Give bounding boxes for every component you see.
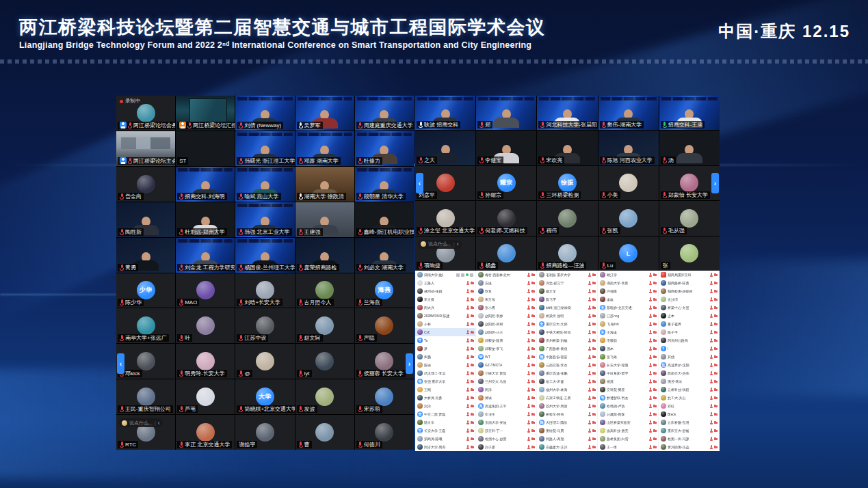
participant-list-row[interactable]: 武汉理工-李昊 <box>415 369 475 377</box>
participant-list-row[interactable]: 三峡大学 黄凯 <box>476 369 536 377</box>
participant-list-row[interactable]: 朱万旭 <box>476 295 536 303</box>
participant-tile[interactable]: 刘倩 (Newway) <box>235 96 294 131</box>
participant-tile[interactable]: 周建庭重庆交通大学 <box>355 96 414 131</box>
participant-list-row[interactable]: GZ-TMCTA <box>476 361 536 369</box>
participant-tile[interactable]: 海燕兰海燕 <box>355 273 414 308</box>
participant-tile[interactable]: 陶胜新 <box>116 202 175 237</box>
participant-list-row[interactable]: 山区桥梁实验室 <box>598 418 658 426</box>
participant-list-row[interactable]: 毕业生 <box>476 410 536 418</box>
participant-list-row[interactable]: 量子视界 <box>659 320 719 328</box>
participant-list-row[interactable]: 刘子豪 <box>476 443 536 451</box>
participant-list-row[interactable]: 黄诚 <box>476 394 536 402</box>
participant-tile[interactable]: 发波 <box>295 379 354 414</box>
participant-list-row[interactable]: 苏州大学-周倩 <box>537 402 597 410</box>
participant-tile[interactable]: 段朝星 清华大学 <box>355 167 414 202</box>
participant-list-row[interactable]: 哈工大-宋健 <box>537 377 597 385</box>
participant-tile[interactable]: 招商交科-刘海明 <box>176 167 235 202</box>
participant-list-row[interactable]: 河北-郝立宁 <box>537 279 597 287</box>
participant-tile[interactable]: 毛从强 <box>659 201 720 235</box>
participant-tile[interactable]: 邓kick <box>116 344 175 379</box>
participant-tile[interactable]: 张 <box>659 236 720 271</box>
participant-list-row[interactable]: 同济大学-周舟 <box>415 443 475 451</box>
participant-tile[interactable]: 汤 <box>659 131 720 165</box>
participant-list-row[interactable]: 江苏nng <box>598 312 658 320</box>
participant-tile[interactable]: 韩曙光 浙江理工大学 <box>235 131 294 166</box>
emoji-icon[interactable] <box>122 420 127 426</box>
participant-list-row[interactable]: 王路人 <box>415 279 475 287</box>
quick-chat-bar[interactable]: 说点什么...|‹ <box>418 240 462 249</box>
participant-list-row[interactable]: 郑毅龙-李飞 <box>476 344 536 353</box>
participant-list-row[interactable]: 沈高速养护-沈翔 <box>659 361 719 369</box>
participant-list-row[interactable]: 中铁大桥院-韩旭 <box>537 328 597 336</box>
participant-list-row[interactable]: 毛利振 重庆大学 <box>537 271 597 279</box>
participant-list-row[interactable]: 梦 <box>415 344 475 353</box>
participant-list-row[interactable]: 陈诚 <box>415 361 475 369</box>
participant-list-row[interactable]: C式 <box>415 328 475 336</box>
participant-list-row[interactable]: 陆文华 <box>415 418 475 426</box>
participant-list-row[interactable]: 测控-韩冰 <box>659 377 719 385</box>
participant-list-row[interactable]: 安徽建大-汪洋 <box>537 443 597 451</box>
participant-tile[interactable]: 喻斌 燕山大学 <box>235 167 294 202</box>
participant-tile[interactable]: 湖南大学 徐政清 <box>295 167 354 202</box>
participant-tile[interactable]: 程伟 <box>537 201 597 235</box>
participant-tile[interactable]: 张凯 <box>599 201 659 235</box>
participant-tile[interactable]: 杜修力 <box>355 131 414 166</box>
participant-list-row[interactable]: 路桥集团-白雪 <box>598 435 658 443</box>
prev-page-button[interactable]: ‹ <box>416 173 423 193</box>
participant-tile[interactable]: 耀宗孙耀宗 <box>476 166 536 200</box>
participant-list-row[interactable]: 林同棪-张群 <box>415 287 475 295</box>
participant-list-row[interactable]: 兰州交大 马俊 <box>476 377 536 385</box>
participant-tile[interactable]: 严聪 <box>355 308 414 343</box>
participant-tile[interactable]: 录制中两江桥梁论坛会务组 <box>116 96 175 131</box>
participant-list-row[interactable]: 招商检测-薛晓峰 <box>659 287 719 295</box>
participant-list-row[interactable]: 交科院-樊星 <box>598 385 658 394</box>
participant-tile[interactable]: 两江桥梁论坛主会场 <box>116 131 175 166</box>
participant-tile[interactable]: 赵文轲 <box>295 308 354 343</box>
participant-tile[interactable]: 宋欢亮 <box>537 131 597 165</box>
participant-list-row[interactable]: 飞鸟fish <box>598 320 658 328</box>
participant-tile[interactable]: 南华大学+张远广 <box>116 308 175 343</box>
participant-list-row[interactable]: 隋大连理工-隋欣 <box>537 418 597 426</box>
participant-list-row[interactable]: 湖南大学 姚政清 <box>415 271 475 279</box>
participant-tile[interactable]: 杨鑫 <box>476 236 536 271</box>
participant-tile[interactable]: 明秀玲-长安大学 <box>176 344 235 379</box>
participant-list-row[interactable]: 重庆交大-舒畅 <box>659 426 719 435</box>
participant-tile[interactable]: 涂之玺 北京交通大学 <box>415 201 475 235</box>
participant-list-row[interactable]: 桥检车-阿奇 <box>537 410 597 418</box>
participant-tile[interactable]: 江苏中设 <box>235 308 294 343</box>
participant-tile[interactable]: 吴梦军 <box>295 96 354 131</box>
participant-list-row[interactable]: 周洋 <box>476 385 536 394</box>
participant-tile[interactable]: 刘必文 湖南大学 <box>355 238 414 273</box>
participant-tile[interactable]: 刘晗+长安大学 <box>235 273 294 308</box>
participant-list-row[interactable]: 北陈晓静-北京交通大学 <box>598 303 658 312</box>
participant-tile[interactable]: 古月照今人 <box>295 273 354 308</box>
participant-list-row[interactable]: 贾中交二院 贾磊 <box>415 410 475 418</box>
participant-tile[interactable]: 杨国俊-兰州理工大学 <box>235 238 294 273</box>
participant-list-row[interactable]: 北工大-关山 <box>659 394 719 402</box>
participant-tile[interactable]: 郑 <box>476 96 536 130</box>
participant-tile[interactable]: 李正 北京交通大学 <box>176 415 235 450</box>
participant-list-row[interactable]: 原木 <box>598 344 658 353</box>
participant-tile[interactable]: 杜刘远-郑州大学 <box>176 202 235 237</box>
participant-list-row[interactable]: 云南交投-李杰 <box>537 361 597 369</box>
participant-list-row[interactable]: 桥梁中心-文强 <box>659 303 719 312</box>
participant-list-row[interactable]: 同路人-高翔 <box>537 435 597 443</box>
collapse-chat-icon[interactable]: ‹ <box>158 420 160 426</box>
participant-list-row[interactable]: 陈飞宇 <box>537 295 597 303</box>
participant-tile[interactable]: 庞荣招商路检 <box>295 238 354 273</box>
participant-tile[interactable]: 两江桥梁论坛汇报席 <box>176 96 235 131</box>
participant-tile[interactable]: 招商交科-王康 <box>659 96 720 130</box>
participant-list-row[interactable]: 顾江学 <box>598 271 658 279</box>
participant-tile[interactable]: 说点什么...|‹项晌捷 <box>415 236 475 271</box>
participant-list-row[interactable]: 檀溪 <box>598 377 658 385</box>
participant-list-row[interactable]: 张小青 <box>476 303 536 312</box>
participant-list-row[interactable]: 招商路桥-陆勇 <box>659 279 719 287</box>
participant-list-row[interactable]: 彩虹 <box>659 402 719 410</box>
participant-tile[interactable]: LLu <box>599 236 659 271</box>
chat-placeholder[interactable]: 说点什么... <box>129 420 153 426</box>
collapse-chat-icon[interactable]: ‹ <box>457 241 459 247</box>
participant-tile[interactable]: 大学简晓棋+北京交通大学 <box>235 379 294 414</box>
participant-list-row[interactable]: 招商局-陈曦 <box>415 435 475 443</box>
participant-list-row[interactable]: 检测中心-赵雷 <box>476 435 536 443</box>
participant-list-row[interactable]: 重庆高速-张鹏 <box>537 369 597 377</box>
